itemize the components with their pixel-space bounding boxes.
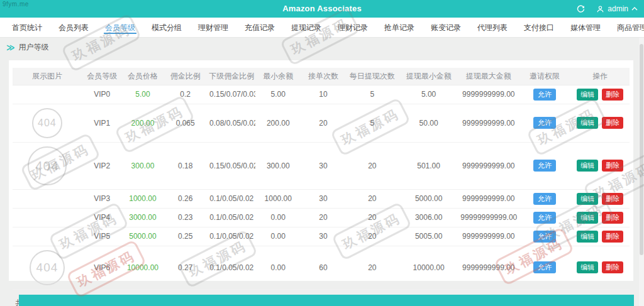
withdraw-max-cell: 9999999999.00 [458, 142, 518, 189]
commission-cell: 0.18 [163, 142, 208, 189]
withdraw-min-cell: 5000.00 [399, 189, 458, 208]
daily-withdraw-cell: 5 [346, 104, 399, 142]
withdraw-min-cell: 50.00 [399, 104, 458, 142]
column-header: 操作 [571, 68, 630, 85]
invite-allow-badge[interactable]: 允许 [533, 89, 556, 101]
invite-cell: 允许 [518, 142, 570, 189]
commission-cell: 0.065 [163, 104, 208, 142]
breadcrumb: ≫ 用户等级 [0, 38, 644, 57]
invite-allow-badge[interactable]: 允许 [533, 193, 556, 205]
invite-allow-badge[interactable]: 允许 [533, 231, 556, 243]
order-count-cell: 30 [301, 227, 346, 246]
min-balance-cell: 1000.00 [255, 189, 301, 208]
order-count-cell: 60 [301, 246, 346, 289]
delete-button[interactable]: 删除 [602, 212, 623, 224]
table-row-vip6: 404VIP610000.000.270.1/0.05/0.020.006020… [13, 246, 630, 289]
nav-item-8[interactable]: 理财记录 [330, 18, 376, 37]
edit-button[interactable]: 编辑 [577, 212, 598, 224]
withdraw-max-cell: 99999999999.00 [458, 208, 518, 227]
sub-commission-cell: 0.15/0.07/0.03 [208, 85, 256, 104]
level-cell: VIP2 [82, 142, 123, 189]
user-icon [596, 5, 604, 13]
withdraw-max-cell: 9999999999.00 [458, 246, 518, 289]
broken-image-404: 404 [30, 250, 65, 285]
column-header: 下级佣金比例 [208, 68, 256, 85]
min-balance-cell: 200.00 [255, 104, 301, 142]
delete-button[interactable]: 删除 [602, 231, 623, 243]
withdraw-max-cell: 9999999999.00 [458, 85, 518, 104]
actions-cell: 编辑删除 [571, 208, 630, 227]
daily-withdraw-cell: 5 [346, 85, 399, 104]
delete-button[interactable]: 删除 [602, 117, 623, 129]
commission-cell: 0.27 [163, 246, 208, 289]
nav-item-9[interactable]: 抢单记录 [376, 18, 423, 37]
member-level-card: 展示图片会员等级会员价格佣金比例下级佣金比例最小余额接单次数每日提现次数提现最小… [9, 60, 633, 281]
image-cell: 404 [13, 104, 82, 142]
nav-item-4[interactable]: 模式分组 [143, 18, 190, 37]
min-balance-cell: 0.00 [255, 208, 301, 227]
nav-item-12[interactable]: 支付接口 [516, 18, 562, 37]
nav-item-2[interactable]: 会员列表 [50, 18, 97, 37]
nav-item-1[interactable]: 首页统计 [4, 18, 50, 37]
column-header: 接单次数 [301, 68, 346, 85]
invite-allow-badge[interactable]: 允许 [533, 261, 556, 273]
image-cell [13, 85, 82, 104]
edit-button[interactable]: 编辑 [577, 160, 598, 172]
delete-button[interactable]: 删除 [602, 160, 623, 172]
column-header: 每日提现次数 [346, 68, 399, 85]
delete-button[interactable]: 删除 [602, 193, 623, 205]
min-balance-cell: 0.00 [255, 246, 301, 289]
daily-withdraw-cell: 20 [346, 227, 399, 246]
broken-image-404: 404 [32, 108, 62, 138]
invite-cell: 允许 [518, 227, 570, 246]
nav-item-14[interactable]: 商品管理 [609, 18, 644, 37]
daily-withdraw-cell: 20 [346, 208, 399, 227]
column-header: 提现最小金额 [399, 68, 458, 85]
edit-button[interactable]: 编辑 [577, 89, 598, 101]
order-count-cell: 30 [301, 142, 346, 189]
nav-item-5[interactable]: 理财管理 [190, 18, 236, 37]
withdraw-min-cell: 5.00 [399, 85, 458, 104]
delete-button[interactable]: 删除 [602, 261, 623, 273]
topbar: 9fym.me Amazon Associates admin [0, 0, 644, 18]
column-header: 邀请权限 [518, 68, 570, 85]
column-header: 最小余额 [255, 68, 301, 85]
price-cell: 300.00 [123, 142, 164, 189]
nav-item-11[interactable]: 代理列表 [469, 18, 516, 37]
image-cell [13, 189, 82, 208]
invite-cell: 允许 [518, 246, 570, 289]
edit-button[interactable]: 编辑 [577, 231, 598, 243]
actions-cell: 编辑删除 [571, 189, 630, 208]
edit-button[interactable]: 编辑 [577, 193, 598, 205]
level-cell: VIP6 [82, 246, 123, 289]
nav-item-13[interactable]: 媒体管理 [562, 18, 609, 37]
scrollbar-thumb[interactable] [640, 44, 643, 255]
invite-allow-badge[interactable]: 允许 [533, 117, 556, 129]
sub-commission-cell: 0.08/0.05/0.02 [208, 104, 256, 142]
nav-item-3[interactable]: 会员等级 [97, 18, 143, 37]
invite-cell: 允许 [518, 208, 570, 227]
actions-cell: 编辑删除 [571, 85, 630, 104]
app-title: Amazon Associates [0, 0, 644, 18]
level-cell: VIP3 [82, 189, 123, 208]
level-cell: VIP5 [82, 227, 123, 246]
invite-cell: 允许 [518, 85, 570, 104]
table-row-vip4: VIP43000.000.230.1/0.05/0.020.0020203006… [13, 208, 630, 227]
nav-item-7[interactable]: 提现记录 [283, 18, 330, 37]
column-header: 提现最大金额 [458, 68, 518, 85]
commission-cell: 0.26 [163, 189, 208, 208]
refresh-button[interactable] [577, 5, 585, 13]
daily-withdraw-cell: 20 [346, 142, 399, 189]
user-menu[interactable]: admin [596, 4, 638, 13]
edit-button[interactable]: 编辑 [577, 117, 598, 129]
column-header: 会员价格 [123, 68, 164, 85]
invite-allow-badge[interactable]: 允许 [533, 212, 556, 224]
nav-item-6[interactable]: 充值记录 [236, 18, 283, 37]
invite-allow-badge[interactable]: 允许 [533, 160, 556, 172]
edit-button[interactable]: 编辑 [577, 261, 598, 273]
min-balance-cell: 5.00 [255, 85, 301, 104]
nav-item-10[interactable]: 账变记录 [423, 18, 469, 37]
invite-cell: 允许 [518, 104, 570, 142]
sub-commission-cell: 0.1/0.05/0.02 [208, 189, 256, 208]
delete-button[interactable]: 删除 [602, 89, 623, 101]
